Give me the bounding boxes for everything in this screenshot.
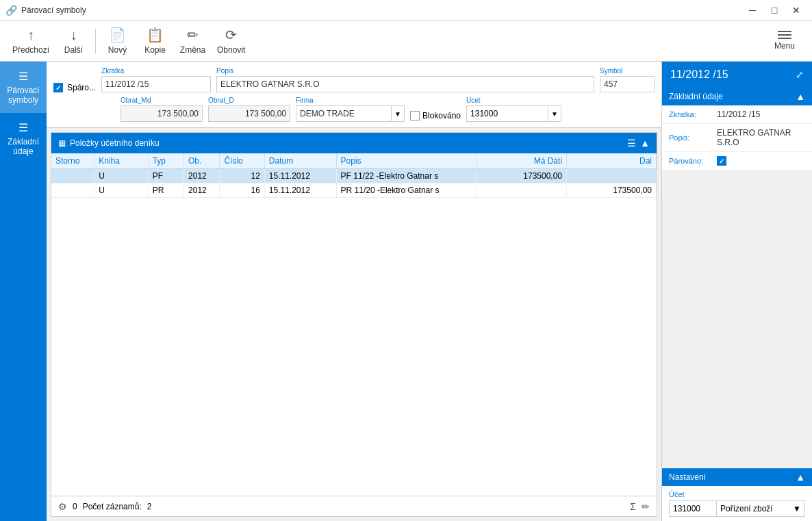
obrat-d-input[interactable] bbox=[208, 105, 290, 122]
symbol-input[interactable] bbox=[600, 76, 655, 92]
maximize-button[interactable]: □ bbox=[764, 0, 785, 21]
refresh-label: Obnovit bbox=[217, 45, 245, 55]
ucet-dropdown-btn[interactable]: ▼ bbox=[548, 105, 561, 122]
change-label: Změna bbox=[180, 45, 205, 55]
blokovano-checkbox[interactable] bbox=[410, 111, 420, 120]
col-header-typ: Typ bbox=[148, 153, 183, 169]
copy-label: Kopie bbox=[144, 45, 166, 55]
edit-pencil-icon[interactable]: ✏ bbox=[642, 501, 650, 512]
col-header-cislo: Číslo bbox=[220, 153, 264, 169]
obrat-d-group: Obrat_D bbox=[208, 97, 290, 122]
nastaveni-title: Nastavení bbox=[669, 472, 706, 482]
popis-label: Popis bbox=[216, 67, 594, 75]
cell-datum: 15.11.2012 bbox=[264, 183, 336, 198]
col-header-madati: Má Dáti bbox=[477, 153, 567, 169]
sidebar-label-parovaci: Párovací symboly bbox=[3, 86, 44, 105]
nastaveni-section: Nastavení ▲ Účet Pořízení zboží ▼ bbox=[662, 468, 812, 521]
new-label: Nový bbox=[108, 45, 127, 55]
app-icon: 🔗 bbox=[5, 5, 17, 16]
panel-parovano-label: Párováno: bbox=[669, 157, 717, 165]
change-button[interactable]: ✏ Změna bbox=[174, 24, 212, 58]
next-label: Další bbox=[64, 45, 83, 55]
panel-popis-label: Popis: bbox=[669, 134, 717, 142]
refresh-button[interactable]: ⟳ Obnovit bbox=[212, 24, 251, 58]
copy-button[interactable]: 📋 Kopie bbox=[136, 24, 174, 58]
firma-group: Firma ▼ bbox=[296, 97, 405, 122]
cell-dal bbox=[567, 169, 657, 183]
cell-ob: 2012 bbox=[184, 183, 220, 198]
sidebar: ☰ Párovací symboly ☰ Základní údaje bbox=[0, 62, 47, 521]
col-header-storno: Storno bbox=[51, 153, 94, 169]
popis-input[interactable] bbox=[216, 76, 594, 92]
title-bar-controls: ─ □ ✕ bbox=[742, 0, 807, 21]
panel-zkratka-field: Zkratka: 11/2012 /15 bbox=[662, 105, 812, 124]
footer-right: Σ ✏ bbox=[630, 501, 650, 512]
form-section: Spáro... Zkratka Popis Symbol bbox=[47, 62, 661, 128]
sidebar-icon-zakladni: ☰ bbox=[18, 121, 28, 134]
zkratka-input[interactable] bbox=[101, 76, 211, 92]
menu-label: Menu bbox=[774, 41, 795, 51]
prev-label: Předchozí bbox=[12, 45, 49, 55]
external-link-icon[interactable]: ⤢ bbox=[796, 69, 804, 80]
zakladni-collapse-icon: ▲ bbox=[796, 91, 805, 102]
zkratka-group: Zkratka bbox=[101, 67, 211, 92]
up-arrow-icon: ↑ bbox=[27, 27, 34, 43]
firma-input[interactable] bbox=[296, 105, 392, 122]
sidebar-item-zakladni[interactable]: ☰ Základní údaje bbox=[0, 113, 47, 164]
sidebar-icon-parovaci: ☰ bbox=[18, 70, 28, 83]
prev-button[interactable]: ↑ Předchozí bbox=[7, 24, 55, 58]
firma-dropdown-btn[interactable]: ▼ bbox=[391, 105, 405, 122]
new-button[interactable]: 📄 Nový bbox=[99, 24, 136, 58]
minimize-button[interactable]: ─ bbox=[742, 0, 763, 21]
nastaveni-ucet-field: Účet Pořízení zboží ▼ bbox=[662, 486, 812, 521]
nastaveni-ucet-label: Účet bbox=[669, 490, 805, 498]
cell-storno bbox=[51, 169, 94, 183]
footer-bar: ⚙ 0 Počet záznamů: 2 Σ ✏ bbox=[51, 496, 657, 516]
data-table: Storno Kniha Typ Ob. Číslo Datum Popis M… bbox=[51, 153, 657, 198]
zakladni-section-header[interactable]: Základní údaje ▲ bbox=[662, 88, 812, 105]
table-menu-icon[interactable]: ☰ bbox=[627, 138, 636, 149]
table-collapse-icon[interactable]: ▲ bbox=[640, 138, 650, 149]
toolbar: ↑ Předchozí ↓ Další 📄 Nový 📋 Kopie ✏ Změ… bbox=[0, 21, 812, 62]
nastaveni-ucet-input[interactable] bbox=[669, 500, 717, 517]
ucet-label: Ucet bbox=[466, 97, 561, 104]
col-header-kniha: Kniha bbox=[94, 153, 149, 169]
firma-label: Firma bbox=[296, 97, 405, 104]
col-header-popis: Popis bbox=[336, 153, 477, 169]
cell-typ: PR bbox=[148, 183, 183, 198]
symbol-label: Symbol bbox=[600, 67, 655, 75]
cell-kniha: U bbox=[94, 169, 149, 183]
copy-icon: 📋 bbox=[147, 27, 164, 43]
form-row-1: Spáro... Zkratka Popis Symbol bbox=[53, 67, 655, 92]
ucet-input[interactable] bbox=[466, 105, 548, 122]
panel-parovano-checkbox[interactable] bbox=[717, 156, 726, 166]
sidebar-item-parovaci[interactable]: ☰ Párovací symboly bbox=[0, 62, 47, 113]
menu-button[interactable]: Menu bbox=[764, 24, 805, 58]
nastaveni-header[interactable]: Nastavení ▲ bbox=[662, 468, 812, 486]
close-button[interactable]: ✕ bbox=[786, 0, 807, 21]
panel-zkratka-value: 11/2012 /15 bbox=[717, 110, 805, 119]
cell-popis: PF 11/22 -Elektro Gatnar s bbox=[336, 169, 477, 183]
right-panel-title: 11/2012 /15 bbox=[670, 68, 728, 81]
content-area: Spáro... Zkratka Popis Symbol bbox=[47, 62, 661, 521]
table-row[interactable]: U PR 2012 16 15.11.2012 PR 11/20 -Elektr… bbox=[51, 183, 657, 198]
hamburger-icon bbox=[778, 31, 791, 39]
col-header-dal: Dal bbox=[567, 153, 657, 169]
cell-typ: PF bbox=[148, 169, 183, 183]
footer-count: 2 bbox=[147, 502, 152, 511]
table-header-row: Storno Kniha Typ Ob. Číslo Datum Popis M… bbox=[51, 153, 657, 169]
title-bar-text: Párovací symboly bbox=[21, 5, 742, 15]
settings-icon[interactable]: ⚙ bbox=[58, 501, 67, 512]
table-scroll[interactable]: Storno Kniha Typ Ob. Číslo Datum Popis M… bbox=[51, 153, 657, 496]
sparo-group: Spáro... bbox=[53, 73, 96, 92]
table-row[interactable]: U PF 2012 12 15.11.2012 PF 11/22 -Elektr… bbox=[51, 169, 657, 183]
footer-count-label: Počet záznamů: bbox=[83, 502, 142, 511]
cell-cislo: 16 bbox=[220, 183, 264, 198]
sigma-icon[interactable]: Σ bbox=[630, 501, 636, 512]
nastaveni-ucet-dropdown[interactable]: Pořízení zboží ▼ bbox=[716, 500, 805, 517]
obrat-md-input[interactable] bbox=[120, 105, 203, 122]
next-button[interactable]: ↓ Další bbox=[55, 24, 92, 58]
sparo-checkbox[interactable] bbox=[53, 83, 63, 92]
obrat-md-label: Obrat_Md bbox=[120, 97, 203, 104]
table-header-icons: ☰ ▲ bbox=[627, 138, 650, 149]
